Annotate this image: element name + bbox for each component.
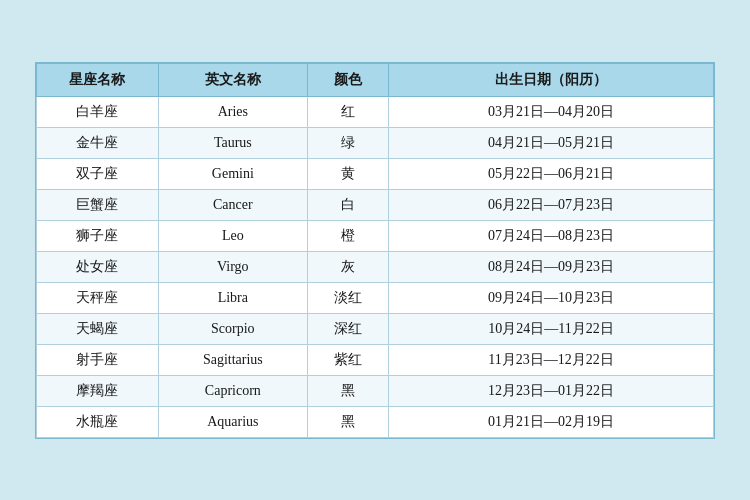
table-header-row: 星座名称 英文名称 颜色 出生日期（阳历） [37, 63, 714, 96]
table-row: 天蝎座Scorpio深红10月24日—11月22日 [37, 313, 714, 344]
header-date: 出生日期（阳历） [389, 63, 714, 96]
cell-color: 橙 [307, 220, 388, 251]
cell-date: 01月21日—02月19日 [389, 406, 714, 437]
zodiac-table: 星座名称 英文名称 颜色 出生日期（阳历） 白羊座Aries红03月21日—04… [36, 63, 714, 438]
cell-date: 03月21日—04月20日 [389, 96, 714, 127]
cell-chinese: 天秤座 [37, 282, 159, 313]
cell-color: 黑 [307, 406, 388, 437]
cell-chinese: 天蝎座 [37, 313, 159, 344]
cell-english: Cancer [158, 189, 307, 220]
header-chinese: 星座名称 [37, 63, 159, 96]
cell-color: 黄 [307, 158, 388, 189]
header-english: 英文名称 [158, 63, 307, 96]
cell-english: Taurus [158, 127, 307, 158]
table-row: 巨蟹座Cancer白06月22日—07月23日 [37, 189, 714, 220]
cell-date: 06月22日—07月23日 [389, 189, 714, 220]
cell-date: 08月24日—09月23日 [389, 251, 714, 282]
cell-color: 紫红 [307, 344, 388, 375]
cell-chinese: 狮子座 [37, 220, 159, 251]
cell-color: 深红 [307, 313, 388, 344]
zodiac-table-container: 星座名称 英文名称 颜色 出生日期（阳历） 白羊座Aries红03月21日—04… [35, 62, 715, 439]
cell-english: Scorpio [158, 313, 307, 344]
table-row: 摩羯座Capricorn黑12月23日—01月22日 [37, 375, 714, 406]
cell-color: 红 [307, 96, 388, 127]
cell-color: 绿 [307, 127, 388, 158]
table-row: 白羊座Aries红03月21日—04月20日 [37, 96, 714, 127]
cell-english: Virgo [158, 251, 307, 282]
cell-chinese: 白羊座 [37, 96, 159, 127]
cell-date: 12月23日—01月22日 [389, 375, 714, 406]
cell-date: 04月21日—05月21日 [389, 127, 714, 158]
cell-english: Gemini [158, 158, 307, 189]
cell-english: Capricorn [158, 375, 307, 406]
cell-color: 白 [307, 189, 388, 220]
cell-english: Aquarius [158, 406, 307, 437]
table-row: 天秤座Libra淡红09月24日—10月23日 [37, 282, 714, 313]
table-row: 水瓶座Aquarius黑01月21日—02月19日 [37, 406, 714, 437]
cell-english: Sagittarius [158, 344, 307, 375]
cell-chinese: 巨蟹座 [37, 189, 159, 220]
table-row: 射手座Sagittarius紫红11月23日—12月22日 [37, 344, 714, 375]
table-row: 金牛座Taurus绿04月21日—05月21日 [37, 127, 714, 158]
cell-date: 11月23日—12月22日 [389, 344, 714, 375]
header-color: 颜色 [307, 63, 388, 96]
cell-color: 淡红 [307, 282, 388, 313]
cell-english: Leo [158, 220, 307, 251]
cell-chinese: 射手座 [37, 344, 159, 375]
table-body: 白羊座Aries红03月21日—04月20日金牛座Taurus绿04月21日—0… [37, 96, 714, 437]
table-row: 处女座Virgo灰08月24日—09月23日 [37, 251, 714, 282]
cell-color: 灰 [307, 251, 388, 282]
table-row: 狮子座Leo橙07月24日—08月23日 [37, 220, 714, 251]
cell-date: 09月24日—10月23日 [389, 282, 714, 313]
cell-english: Aries [158, 96, 307, 127]
cell-chinese: 金牛座 [37, 127, 159, 158]
cell-english: Libra [158, 282, 307, 313]
cell-chinese: 水瓶座 [37, 406, 159, 437]
cell-date: 10月24日—11月22日 [389, 313, 714, 344]
cell-date: 05月22日—06月21日 [389, 158, 714, 189]
table-row: 双子座Gemini黄05月22日—06月21日 [37, 158, 714, 189]
cell-chinese: 双子座 [37, 158, 159, 189]
cell-chinese: 摩羯座 [37, 375, 159, 406]
cell-date: 07月24日—08月23日 [389, 220, 714, 251]
cell-chinese: 处女座 [37, 251, 159, 282]
cell-color: 黑 [307, 375, 388, 406]
